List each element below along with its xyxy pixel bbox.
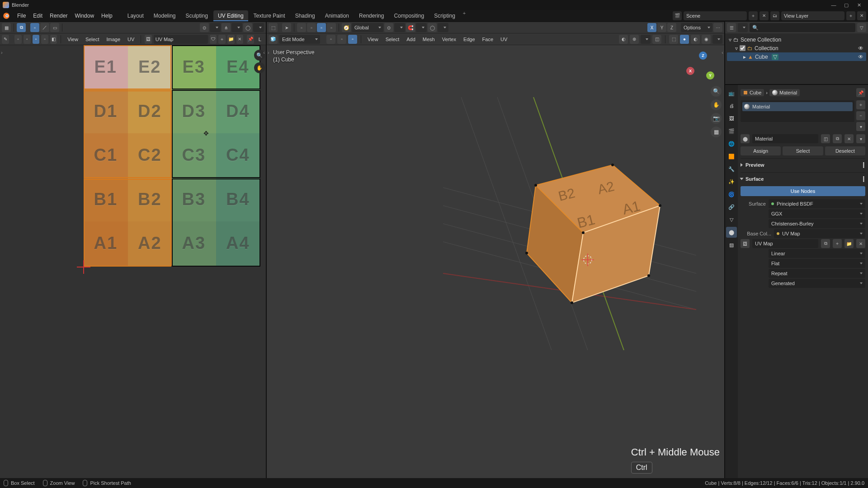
menu-help[interactable]: Help <box>98 10 116 22</box>
viewlayer-delete-button[interactable]: ✕ <box>857 11 866 20</box>
tab-shading[interactable]: Shading <box>291 10 320 21</box>
window-close-button[interactable]: ✕ <box>853 0 865 10</box>
outliner-type-icon[interactable]: ☰ <box>727 23 736 32</box>
axis-z-icon[interactable]: Z <box>699 52 707 60</box>
view3d-overlays-dropdown[interactable] <box>641 35 651 44</box>
basecolor-dropdown[interactable]: UV Map <box>774 229 865 238</box>
uv-2d-cursor[interactable] <box>77 260 90 274</box>
window-minimize-button[interactable]: — <box>827 0 840 10</box>
uv-pivot-dropdown[interactable] <box>210 23 221 32</box>
viewlayer-name-field[interactable]: View Layer <box>781 11 844 20</box>
view3d-gizmo-x[interactable]: X <box>647 23 656 32</box>
tab-uv-editing[interactable]: UV Editing <box>213 10 248 21</box>
view3d-viewport[interactable]: › User Perspective (1) Cube <box>267 45 724 478</box>
view3d-shading-dropdown[interactable] <box>712 35 722 44</box>
use-nodes-button[interactable]: Use Nodes <box>741 186 865 196</box>
surface-shader-dropdown[interactable]: Principled BSDF <box>769 199 865 208</box>
uv-vert-mode-icon[interactable]: ▫ <box>14 35 22 44</box>
view3d-mode-icon[interactable]: 🧊 <box>269 35 278 44</box>
material-name-field[interactable]: Material <box>752 134 818 143</box>
select-button[interactable]: Select <box>783 146 823 155</box>
navigation-gizmo[interactable]: Z X Y <box>686 52 714 80</box>
tab-material-icon[interactable]: ⬤ <box>726 227 737 238</box>
uv-falloff-dropdown[interactable] <box>253 23 264 32</box>
view3d-sidebar-toggle[interactable]: ‹ <box>722 50 723 55</box>
uv-image-new-icon[interactable]: ＋ <box>218 35 226 44</box>
uv-right-region-toggle[interactable]: ‹ <box>263 50 265 55</box>
tab-object-icon[interactable]: 🟧 <box>726 151 737 162</box>
uv-select-edge[interactable]: ／ <box>40 23 49 32</box>
view3d-camera-icon[interactable]: 📷 <box>711 113 722 124</box>
panel-preview[interactable]: Preview┇ <box>741 158 865 169</box>
uv-menu-view[interactable]: View <box>65 37 81 42</box>
blender-icon[interactable] <box>2 11 11 20</box>
collection-enable-checkbox[interactable] <box>740 45 745 51</box>
scene-browse-icon[interactable]: 🎬 <box>673 11 682 20</box>
material-slot[interactable]: Material <box>742 102 853 111</box>
view3d-menu-vertex[interactable]: Vertex <box>439 37 459 42</box>
interpolation-dropdown[interactable]: Linear <box>769 249 865 258</box>
view3d-pivot-dropdown[interactable] <box>394 23 405 32</box>
material-slot-add[interactable]: ＋ <box>856 100 865 109</box>
image-link-icon[interactable]: ⧉ <box>821 239 830 248</box>
material-newdata-icon[interactable]: ▾ <box>856 134 865 143</box>
uv-pin-header-icon[interactable]: 📌 <box>247 35 254 44</box>
view3d-selectmode-face[interactable]: ▫ <box>317 23 326 32</box>
uv-select-face[interactable]: ▭ <box>50 23 59 32</box>
view3d-menu-edge[interactable]: Edge <box>461 37 478 42</box>
uv-canvas[interactable]: › E1E2E3E4D1D2D3D4C1C2C3C4B1B2B3B4A1A2A3… <box>0 45 266 478</box>
uv-edge-mode-icon[interactable]: ▫ <box>24 35 31 44</box>
image-new-icon[interactable]: ＋ <box>833 239 842 248</box>
scene-new-button[interactable]: ＋ <box>749 11 758 20</box>
view3d-header-extra-icon[interactable]: ⋯ <box>713 23 722 32</box>
uv-left-region-toggle[interactable]: › <box>1 50 3 55</box>
uv-editor-type-icon[interactable]: ▦ <box>2 23 11 32</box>
material-browse-icon[interactable]: ⬤ <box>741 134 750 143</box>
view3d-view-icon-2[interactable]: ⊕ <box>630 35 639 44</box>
view3d-proportional-dropdown[interactable] <box>438 23 448 32</box>
view3d-selectmode-vert[interactable]: ▫ <box>297 23 306 32</box>
crumb-material[interactable]: Material <box>769 89 800 96</box>
panel-grip-icon[interactable]: ┇ <box>862 162 865 168</box>
uv-menu-image[interactable]: Image <box>104 37 123 42</box>
view3d-options-dropdown[interactable]: Options <box>681 23 712 32</box>
view3d-xray-icon[interactable]: ◫ <box>652 35 661 44</box>
uv-header-tools-icon[interactable]: ✎ <box>2 35 9 44</box>
view3d-selectmode-4[interactable]: ▫ <box>327 23 336 32</box>
tab-scene-icon[interactable]: 🎬 <box>726 126 737 136</box>
uv-sync-selection-toggle[interactable]: ⧉ <box>17 23 26 32</box>
mesh-data-icon[interactable]: ▽ <box>772 54 778 60</box>
tab-sculpting[interactable]: Sculpting <box>181 10 212 21</box>
distribution-dropdown[interactable]: GGX <box>769 209 865 218</box>
view3d-toolbar-toggle[interactable]: › <box>268 50 269 55</box>
uv-image-name-field[interactable]: UV Map <box>154 35 208 44</box>
view3d-mode-dropdown[interactable]: Edit Mode <box>279 35 320 44</box>
extension-dropdown[interactable]: Repeat <box>769 269 865 278</box>
view3d-persp-icon[interactable]: ▦ <box>711 127 722 137</box>
tab-physics-icon[interactable]: 🌀 <box>726 189 737 200</box>
view3d-orient-icon[interactable]: 🧭 <box>342 23 351 32</box>
assign-button[interactable]: Assign <box>741 146 781 155</box>
uv-menu-select[interactable]: Select <box>83 37 102 42</box>
tab-layout[interactable]: Layout <box>123 10 148 21</box>
view3d-shading-solid-icon[interactable]: ● <box>680 35 689 44</box>
view3d-pivot-icon[interactable]: ⊙ <box>384 23 393 32</box>
view3d-menu-face[interactable]: Face <box>480 37 496 42</box>
uv-island-mode-icon[interactable]: ▫ <box>41 35 48 44</box>
view3d-menu-view[interactable]: View <box>365 37 381 42</box>
viewlayer-new-button[interactable]: ＋ <box>846 11 855 20</box>
eye-icon[interactable]: 👁 <box>858 54 864 60</box>
material-slot-list[interactable]: Material <box>741 100 854 122</box>
tab-rendering[interactable]: Rendering <box>354 10 388 21</box>
uv-image-open-icon[interactable]: 📁 <box>227 35 235 44</box>
crumb-object[interactable]: Cube <box>741 89 764 96</box>
view3d-editor-type-icon[interactable]: ⬚ <box>269 23 278 32</box>
view3d-sel-edge[interactable]: ▫ <box>337 35 346 44</box>
menu-edit[interactable]: Edit <box>29 10 46 22</box>
material-slot-menu[interactable]: ▾ <box>856 122 865 131</box>
tab-animation[interactable]: Animation <box>321 10 354 21</box>
view3d-snap-icon[interactable]: 🧲 <box>406 23 415 32</box>
material-unlink-icon[interactable]: ✕ <box>844 134 854 143</box>
view3d-gizmo-z[interactable]: Z <box>667 23 676 32</box>
image-browse-icon[interactable]: 🖼 <box>741 239 750 248</box>
